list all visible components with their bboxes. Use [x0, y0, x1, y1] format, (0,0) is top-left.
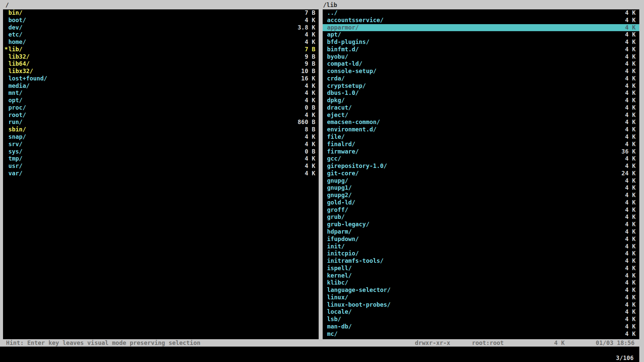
- file-row[interactable]: lost+found/16 K: [3, 75, 319, 82]
- file-row[interactable]: lib32/9 B: [3, 53, 319, 61]
- file-row[interactable]: dracut/4 K: [323, 104, 639, 112]
- status-permissions: drwxr-xr-x: [415, 339, 450, 347]
- file-row[interactable]: srv/4 K: [3, 141, 319, 148]
- file-row[interactable]: dpkg/4 K: [323, 97, 639, 104]
- file-size: 8 B: [305, 126, 319, 133]
- file-name: gold-ld/: [323, 199, 355, 206]
- scrollbar-track[interactable]: [639, 0, 644, 362]
- file-row[interactable]: apparmor/4 K: [323, 24, 639, 32]
- file-row[interactable]: var/4 K: [3, 170, 319, 177]
- file-row[interactable]: gcc/4 K: [323, 155, 639, 163]
- file-row[interactable]: ../4 K: [323, 9, 639, 17]
- file-name: language-selector/: [323, 287, 391, 294]
- file-row[interactable]: run/860 B: [3, 119, 319, 126]
- file-size: 4 K: [625, 9, 639, 17]
- file-row[interactable]: sys/0 B: [3, 148, 319, 156]
- file-row[interactable]: tmp/4 K: [3, 155, 319, 163]
- file-row[interactable]: initramfs-tools/4 K: [323, 257, 639, 265]
- file-row[interactable]: binfmt.d/4 K: [323, 46, 639, 53]
- file-name: proc/: [3, 104, 26, 112]
- file-row[interactable]: finalrd/4 K: [323, 141, 639, 148]
- file-size: 4 K: [305, 141, 319, 148]
- file-row[interactable]: environment.d/4 K: [323, 126, 639, 133]
- file-name: etc/: [3, 31, 22, 39]
- file-name: klibc/: [323, 279, 348, 287]
- file-row[interactable]: *lib/7 B: [3, 46, 319, 53]
- file-row[interactable]: gnupg1/4 K: [323, 184, 639, 192]
- file-row[interactable]: mnt/4 K: [3, 89, 319, 97]
- file-row[interactable]: cryptsetup/4 K: [323, 82, 639, 90]
- file-row[interactable]: hdparm/4 K: [323, 228, 639, 236]
- file-name: home/: [3, 39, 26, 46]
- right-pane-path: /lib: [323, 0, 337, 9]
- file-size: 4 K: [625, 272, 639, 280]
- file-name: sys/: [3, 148, 22, 156]
- file-name: lib32/: [3, 53, 30, 61]
- file-row[interactable]: opt/4 K: [3, 97, 319, 104]
- file-size: 4 K: [625, 199, 639, 206]
- file-row[interactable]: eject/4 K: [323, 112, 639, 119]
- file-row[interactable]: mc/4 K: [323, 330, 639, 338]
- file-size: 4 K: [625, 141, 639, 148]
- file-row[interactable]: proc/0 B: [3, 104, 319, 112]
- file-row[interactable]: klibc/4 K: [323, 279, 639, 287]
- file-name: console-setup/: [323, 68, 377, 75]
- file-row[interactable]: grub-legacy/4 K: [323, 221, 639, 228]
- file-row[interactable]: console-setup/4 K: [323, 68, 639, 75]
- file-row[interactable]: media/4 K: [3, 82, 319, 90]
- file-row[interactable]: lsb/4 K: [323, 316, 639, 323]
- file-row[interactable]: file/4 K: [323, 133, 639, 141]
- file-row[interactable]: emacsen-common/4 K: [323, 119, 639, 126]
- file-row[interactable]: root/4 K: [3, 112, 319, 119]
- file-row[interactable]: sbin/8 B: [3, 126, 319, 133]
- file-row[interactable]: compat-ld/4 K: [323, 60, 639, 68]
- file-row[interactable]: ispell/4 K: [323, 265, 639, 272]
- file-size: 4 K: [625, 17, 639, 24]
- file-size: 4 K: [305, 39, 319, 46]
- file-name: initramfs-tools/: [323, 257, 384, 265]
- file-row[interactable]: etc/4 K: [3, 31, 319, 39]
- file-row[interactable]: lib64/9 B: [3, 60, 319, 68]
- file-row[interactable]: groff/4 K: [323, 206, 639, 214]
- file-size: 4 K: [305, 155, 319, 163]
- file-row[interactable]: linux-boot-probes/4 K: [323, 301, 639, 309]
- file-row[interactable]: grub/4 K: [323, 214, 639, 221]
- file-row[interactable]: kernel/4 K: [323, 272, 639, 280]
- file-row[interactable]: boot/4 K: [3, 17, 319, 24]
- file-size: 0 B: [305, 148, 319, 156]
- file-row[interactable]: libx32/10 B: [3, 68, 319, 75]
- file-row[interactable]: snap/4 K: [3, 133, 319, 141]
- file-row[interactable]: crda/4 K: [323, 75, 639, 82]
- file-size: 9 B: [305, 53, 319, 61]
- file-row[interactable]: dbus-1.0/4 K: [323, 89, 639, 97]
- file-row[interactable]: byobu/4 K: [323, 53, 639, 61]
- file-row[interactable]: locale/4 K: [323, 308, 639, 316]
- file-size: 4 K: [305, 133, 319, 141]
- file-row[interactable]: girepository-1.0/4 K: [323, 163, 639, 170]
- file-row[interactable]: git-core/24 K: [323, 170, 639, 177]
- file-row[interactable]: initcpio/4 K: [323, 250, 639, 257]
- file-row[interactable]: linux/4 K: [323, 294, 639, 301]
- file-size: 4 K: [305, 82, 319, 90]
- file-row[interactable]: gold-ld/4 K: [323, 199, 639, 206]
- file-name: ../: [323, 9, 338, 17]
- file-name: snap/: [3, 133, 26, 141]
- file-row[interactable]: init/4 K: [323, 243, 639, 250]
- file-row[interactable]: bin/7 B: [3, 9, 319, 17]
- file-row[interactable]: man-db/4 K: [323, 323, 639, 330]
- file-row[interactable]: home/4 K: [3, 39, 319, 46]
- file-size: 3.8 K: [298, 24, 319, 32]
- file-row[interactable]: apt/4 K: [323, 31, 639, 39]
- file-size: 36 K: [622, 148, 639, 156]
- file-row[interactable]: gnupg2/4 K: [323, 192, 639, 199]
- file-row[interactable]: dev/3.8 K: [3, 24, 319, 32]
- file-row[interactable]: language-selector/4 K: [323, 287, 639, 294]
- file-row[interactable]: gnupg/4 K: [323, 177, 639, 185]
- file-name: lost+found/: [3, 75, 47, 82]
- file-row[interactable]: bfd-plugins/4 K: [323, 39, 639, 46]
- file-row[interactable]: accountsservice/4 K: [323, 17, 639, 24]
- file-row[interactable]: usr/4 K: [3, 163, 319, 170]
- file-row[interactable]: ifupdown/4 K: [323, 236, 639, 243]
- file-row[interactable]: firmware/36 K: [323, 148, 639, 156]
- file-size: 4 K: [625, 126, 639, 133]
